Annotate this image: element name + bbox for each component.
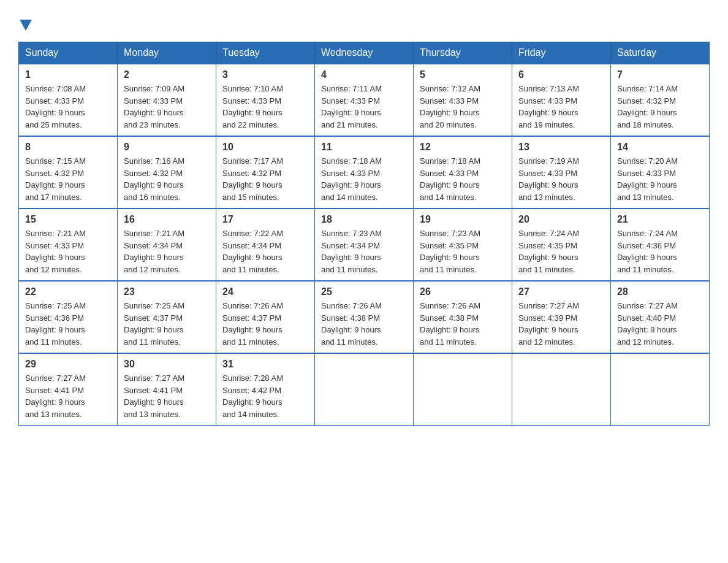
calendar-cell: 2Sunrise: 7:09 AMSunset: 4:33 PMDaylight… bbox=[118, 64, 216, 136]
day-number: 18 bbox=[321, 214, 407, 225]
calendar-cell bbox=[414, 353, 512, 426]
day-number: 17 bbox=[222, 214, 308, 225]
weekday-header-saturday: Saturday bbox=[611, 42, 710, 64]
calendar-cell: 18Sunrise: 7:23 AMSunset: 4:34 PMDayligh… bbox=[315, 209, 414, 281]
calendar-cell bbox=[611, 353, 710, 426]
day-number: 3 bbox=[222, 69, 308, 80]
day-number: 16 bbox=[124, 214, 210, 225]
day-info: Sunrise: 7:26 AMSunset: 4:38 PMDaylight:… bbox=[420, 300, 506, 348]
day-info: Sunrise: 7:13 AMSunset: 4:33 PMDaylight:… bbox=[518, 83, 604, 131]
day-info: Sunrise: 7:26 AMSunset: 4:38 PMDaylight:… bbox=[321, 300, 407, 348]
day-number: 31 bbox=[222, 359, 308, 370]
weekday-header-wednesday: Wednesday bbox=[315, 42, 414, 64]
calendar-cell: 14Sunrise: 7:20 AMSunset: 4:33 PMDayligh… bbox=[611, 136, 710, 209]
day-number: 30 bbox=[124, 359, 210, 370]
calendar-cell: 6Sunrise: 7:13 AMSunset: 4:33 PMDaylight… bbox=[512, 64, 611, 136]
day-info: Sunrise: 7:24 AMSunset: 4:36 PMDaylight:… bbox=[617, 228, 703, 275]
day-number: 20 bbox=[518, 214, 604, 225]
day-info: Sunrise: 7:08 AMSunset: 4:33 PMDaylight:… bbox=[25, 83, 111, 131]
calendar-cell: 1Sunrise: 7:08 AMSunset: 4:33 PMDaylight… bbox=[19, 64, 118, 136]
logo bbox=[18, 18, 33, 31]
calendar-cell: 7Sunrise: 7:14 AMSunset: 4:32 PMDaylight… bbox=[611, 64, 710, 136]
day-info: Sunrise: 7:26 AMSunset: 4:37 PMDaylight:… bbox=[222, 300, 308, 348]
calendar-cell: 8Sunrise: 7:15 AMSunset: 4:32 PMDaylight… bbox=[19, 136, 118, 209]
calendar-table: SundayMondayTuesdayWednesdayThursdayFrid… bbox=[18, 42, 710, 426]
day-number: 27 bbox=[518, 286, 604, 297]
day-info: Sunrise: 7:22 AMSunset: 4:34 PMDaylight:… bbox=[222, 228, 308, 275]
calendar-cell: 25Sunrise: 7:26 AMSunset: 4:38 PMDayligh… bbox=[315, 281, 414, 353]
calendar-week-row: 1Sunrise: 7:08 AMSunset: 4:33 PMDaylight… bbox=[19, 64, 710, 136]
calendar-cell: 11Sunrise: 7:18 AMSunset: 4:33 PMDayligh… bbox=[315, 136, 414, 209]
day-info: Sunrise: 7:17 AMSunset: 4:32 PMDaylight:… bbox=[222, 155, 308, 203]
calendar-week-row: 8Sunrise: 7:15 AMSunset: 4:32 PMDaylight… bbox=[19, 136, 710, 209]
day-info: Sunrise: 7:25 AMSunset: 4:37 PMDaylight:… bbox=[124, 300, 210, 348]
day-number: 1 bbox=[25, 69, 111, 80]
day-info: Sunrise: 7:25 AMSunset: 4:36 PMDaylight:… bbox=[25, 300, 111, 348]
weekday-header-tuesday: Tuesday bbox=[216, 42, 315, 64]
calendar-cell: 3Sunrise: 7:10 AMSunset: 4:33 PMDaylight… bbox=[216, 64, 315, 136]
calendar-cell: 28Sunrise: 7:27 AMSunset: 4:40 PMDayligh… bbox=[611, 281, 710, 353]
calendar-cell: 4Sunrise: 7:11 AMSunset: 4:33 PMDaylight… bbox=[315, 64, 414, 136]
calendar-cell: 19Sunrise: 7:23 AMSunset: 4:35 PMDayligh… bbox=[414, 209, 512, 281]
weekday-header-row: SundayMondayTuesdayWednesdayThursdayFrid… bbox=[19, 42, 710, 64]
day-info: Sunrise: 7:21 AMSunset: 4:33 PMDaylight:… bbox=[25, 228, 111, 275]
day-number: 9 bbox=[124, 142, 210, 153]
day-info: Sunrise: 7:21 AMSunset: 4:34 PMDaylight:… bbox=[124, 228, 210, 275]
day-number: 7 bbox=[617, 69, 703, 80]
calendar-cell: 9Sunrise: 7:16 AMSunset: 4:32 PMDaylight… bbox=[118, 136, 216, 209]
day-info: Sunrise: 7:24 AMSunset: 4:35 PMDaylight:… bbox=[518, 228, 604, 275]
calendar-cell: 23Sunrise: 7:25 AMSunset: 4:37 PMDayligh… bbox=[118, 281, 216, 353]
calendar-cell bbox=[512, 353, 611, 426]
day-info: Sunrise: 7:27 AMSunset: 4:41 PMDaylight:… bbox=[124, 372, 210, 420]
day-info: Sunrise: 7:23 AMSunset: 4:34 PMDaylight:… bbox=[321, 228, 407, 275]
day-number: 10 bbox=[222, 142, 308, 153]
calendar-cell: 16Sunrise: 7:21 AMSunset: 4:34 PMDayligh… bbox=[118, 209, 216, 281]
calendar-cell: 26Sunrise: 7:26 AMSunset: 4:38 PMDayligh… bbox=[414, 281, 512, 353]
day-info: Sunrise: 7:15 AMSunset: 4:32 PMDaylight:… bbox=[25, 155, 111, 203]
calendar-cell: 17Sunrise: 7:22 AMSunset: 4:34 PMDayligh… bbox=[216, 209, 315, 281]
calendar-week-row: 15Sunrise: 7:21 AMSunset: 4:33 PMDayligh… bbox=[19, 209, 710, 281]
page-header bbox=[18, 12, 710, 31]
day-info: Sunrise: 7:27 AMSunset: 4:39 PMDaylight:… bbox=[518, 300, 604, 348]
day-number: 12 bbox=[420, 142, 506, 153]
day-number: 19 bbox=[420, 214, 506, 225]
day-number: 24 bbox=[222, 286, 308, 297]
day-info: Sunrise: 7:28 AMSunset: 4:42 PMDaylight:… bbox=[222, 372, 308, 420]
day-number: 11 bbox=[321, 142, 407, 153]
day-number: 2 bbox=[124, 69, 210, 80]
day-info: Sunrise: 7:27 AMSunset: 4:40 PMDaylight:… bbox=[617, 300, 703, 348]
day-number: 28 bbox=[617, 286, 703, 297]
day-number: 8 bbox=[25, 142, 111, 153]
weekday-header-friday: Friday bbox=[512, 42, 611, 64]
calendar-week-row: 29Sunrise: 7:27 AMSunset: 4:41 PMDayligh… bbox=[19, 353, 710, 426]
calendar-cell: 13Sunrise: 7:19 AMSunset: 4:33 PMDayligh… bbox=[512, 136, 611, 209]
weekday-header-monday: Monday bbox=[118, 42, 216, 64]
calendar-cell: 30Sunrise: 7:27 AMSunset: 4:41 PMDayligh… bbox=[118, 353, 216, 426]
day-info: Sunrise: 7:09 AMSunset: 4:33 PMDaylight:… bbox=[124, 83, 210, 131]
calendar-cell: 10Sunrise: 7:17 AMSunset: 4:32 PMDayligh… bbox=[216, 136, 315, 209]
calendar-cell: 29Sunrise: 7:27 AMSunset: 4:41 PMDayligh… bbox=[19, 353, 118, 426]
day-info: Sunrise: 7:27 AMSunset: 4:41 PMDaylight:… bbox=[25, 372, 111, 420]
day-number: 22 bbox=[25, 286, 111, 297]
day-number: 6 bbox=[518, 69, 604, 80]
day-number: 13 bbox=[518, 142, 604, 153]
day-number: 29 bbox=[25, 359, 111, 370]
day-info: Sunrise: 7:16 AMSunset: 4:32 PMDaylight:… bbox=[124, 155, 210, 203]
weekday-header-thursday: Thursday bbox=[414, 42, 512, 64]
logo-triangle-icon bbox=[20, 20, 32, 31]
calendar-cell: 20Sunrise: 7:24 AMSunset: 4:35 PMDayligh… bbox=[512, 209, 611, 281]
day-number: 23 bbox=[124, 286, 210, 297]
calendar-cell: 5Sunrise: 7:12 AMSunset: 4:33 PMDaylight… bbox=[414, 64, 512, 136]
calendar-cell: 21Sunrise: 7:24 AMSunset: 4:36 PMDayligh… bbox=[611, 209, 710, 281]
day-info: Sunrise: 7:18 AMSunset: 4:33 PMDaylight:… bbox=[420, 155, 506, 203]
day-number: 21 bbox=[617, 214, 703, 225]
weekday-header-sunday: Sunday bbox=[19, 42, 118, 64]
calendar-week-row: 22Sunrise: 7:25 AMSunset: 4:36 PMDayligh… bbox=[19, 281, 710, 353]
day-number: 5 bbox=[420, 69, 506, 80]
day-info: Sunrise: 7:10 AMSunset: 4:33 PMDaylight:… bbox=[222, 83, 308, 131]
calendar-cell: 12Sunrise: 7:18 AMSunset: 4:33 PMDayligh… bbox=[414, 136, 512, 209]
day-info: Sunrise: 7:12 AMSunset: 4:33 PMDaylight:… bbox=[420, 83, 506, 131]
calendar-cell: 15Sunrise: 7:21 AMSunset: 4:33 PMDayligh… bbox=[19, 209, 118, 281]
calendar-cell: 24Sunrise: 7:26 AMSunset: 4:37 PMDayligh… bbox=[216, 281, 315, 353]
day-number: 15 bbox=[25, 214, 111, 225]
